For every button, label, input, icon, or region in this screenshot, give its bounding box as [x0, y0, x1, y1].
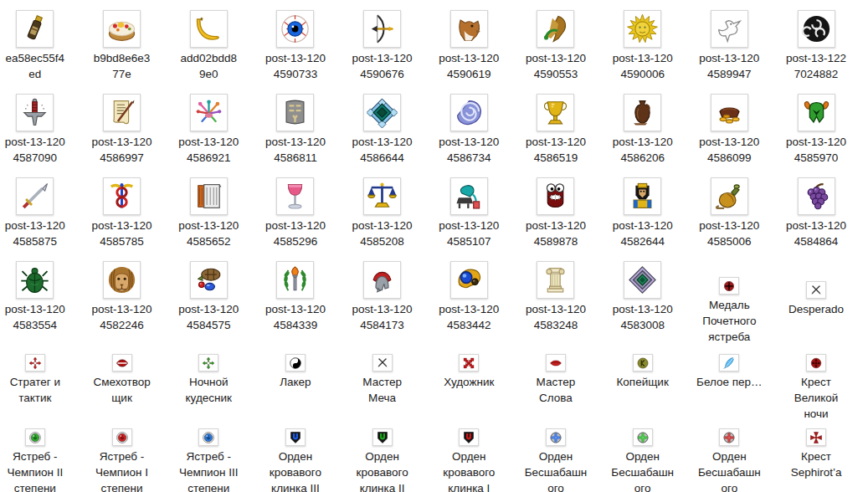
file-item[interactable]: post-13-120 4590553: [512, 0, 599, 84]
file-label: Орден кровавого клинка II: [357, 448, 408, 492]
file-label: post-13-120 4585970: [786, 134, 846, 166]
crossed-swords-icon: [372, 354, 393, 372]
file-item[interactable]: post-13-120 4589947: [686, 0, 773, 84]
file-thumbnail-area: [624, 167, 661, 215]
file-item[interactable]: Копейщик: [599, 345, 686, 427]
file-label: Ястреб - Чемпион I степени: [95, 448, 148, 492]
file-item[interactable]: post-13-120 4586206: [599, 84, 686, 167]
file-item[interactable]: post-13-120 4586644: [339, 84, 426, 167]
file-label: Орден Бесшабашн ого: [525, 448, 588, 492]
file-item[interactable]: Ястреб - Чемпион III степени: [165, 427, 252, 492]
file-item[interactable]: Лакер: [252, 345, 339, 427]
file-label: Копейщик: [617, 374, 669, 390]
file-item[interactable]: Desperado: [773, 251, 860, 345]
file-item[interactable]: post-13-120 4586921: [165, 84, 252, 167]
file-item[interactable]: post-13-120 4583248: [512, 251, 599, 345]
file-item[interactable]: post-13-120 4582246: [79, 251, 166, 345]
file-item[interactable]: post-13-120 4587090: [0, 84, 79, 167]
file-label: post-13-120 4583008: [613, 301, 673, 333]
file-item[interactable]: Орден Бесшабашн ого: [686, 427, 773, 492]
file-label: Медаль Почетного ястреба: [702, 297, 756, 345]
file-item[interactable]: Белое пер…: [686, 345, 773, 427]
file-item[interactable]: Мастер Слова: [512, 345, 599, 427]
file-item[interactable]: Крест Sephirot’a: [773, 427, 860, 492]
file-item[interactable]: post-13-120 4589878: [512, 167, 599, 251]
banana-icon: [190, 10, 228, 48]
file-item[interactable]: Орден кровавого клинка III: [252, 427, 339, 492]
file-label: Орден Бесшабашн ого: [611, 448, 674, 492]
file-item[interactable]: post-13-120 4586099: [686, 84, 773, 167]
file-item[interactable]: post-13-120 4590619: [425, 0, 512, 84]
column-icon: [537, 261, 574, 299]
file-item[interactable]: post-13-120 4585296: [252, 167, 339, 251]
file-item[interactable]: Медаль Почетного ястреба: [686, 251, 773, 345]
file-item[interactable]: Художник: [425, 345, 512, 427]
file-thumbnail-area: [719, 345, 739, 372]
file-item[interactable]: b9bd8e6e3 77e: [79, 0, 166, 84]
file-thumbnail-area: [276, 0, 314, 48]
file-item[interactable]: add02bdd8 9e0: [165, 0, 252, 84]
file-label: Мастер Меча: [362, 374, 402, 406]
file-item[interactable]: post-13-120 4583554: [0, 251, 79, 345]
file-item[interactable]: post-13-122 7024882: [773, 0, 860, 84]
file-item[interactable]: Ночной кудесник: [165, 345, 252, 427]
file-item[interactable]: Смехотвор щик: [79, 345, 166, 427]
gem-mosaic-icon: [363, 94, 401, 131]
file-item[interactable]: post-13-120 4590006: [599, 0, 686, 84]
file-label: b9bd8e6e3 77e: [94, 50, 151, 82]
kopek-circle-icon: [633, 354, 653, 372]
file-label: post-13-120 4586099: [699, 134, 759, 166]
file-item[interactable]: post-13-120 4584864: [773, 167, 860, 251]
file-item[interactable]: post-13-120 4590676: [339, 0, 426, 84]
file-item[interactable]: Ястреб - Чемпион I степени: [79, 427, 166, 492]
file-thumbnail-area: [276, 251, 314, 299]
file-item[interactable]: post-13-120 4585785: [79, 167, 166, 251]
file-item[interactable]: post-13-120 4583442: [425, 251, 512, 345]
file-item[interactable]: post-13-120 4583008: [599, 251, 686, 345]
file-item[interactable]: post-13-120 4590733: [252, 0, 339, 84]
file-label: post-13-120 4586921: [178, 134, 239, 166]
file-item[interactable]: Мастер Меча: [339, 345, 426, 427]
amphora-icon: [624, 94, 661, 131]
file-thumbnail-area: [103, 84, 141, 131]
file-item[interactable]: post-13-120 4585970: [773, 84, 860, 167]
file-item[interactable]: Стратег и тактик: [0, 345, 79, 427]
file-item[interactable]: post-13-120 4584339: [252, 251, 339, 345]
file-item[interactable]: post-13-120 4585652: [165, 167, 252, 251]
file-thumbnail-area: [25, 345, 45, 372]
file-item[interactable]: post-13-120 4585875: [0, 167, 79, 251]
file-item[interactable]: post-13-120 4586811: [252, 84, 339, 167]
dove-icon: [711, 10, 748, 48]
file-label: Лакер: [280, 374, 311, 390]
file-item[interactable]: Ястреб - Чемпион II степени: [0, 427, 79, 492]
file-label: post-13-120 4586206: [613, 134, 673, 166]
file-label: post-13-120 4584864: [786, 218, 846, 249]
file-item[interactable]: post-13-120 4585006: [686, 167, 773, 251]
file-label: post-13-120 4582246: [92, 301, 152, 333]
file-item[interactable]: post-13-120 4584173: [339, 251, 426, 345]
file-item[interactable]: ea58ec55f4 ed: [0, 0, 79, 84]
file-label: post-13-120 4590553: [526, 50, 586, 82]
file-thumbnail-area: [190, 251, 228, 299]
file-item[interactable]: post-13-120 4585208: [339, 167, 426, 251]
file-item[interactable]: post-13-120 4582644: [599, 167, 686, 251]
file-item[interactable]: post-13-120 4586997: [79, 84, 166, 167]
file-thumbnail-area: [546, 345, 566, 372]
file-item[interactable]: Орден кровавого клинка I: [425, 427, 512, 492]
flower-burst-icon: [190, 94, 228, 131]
file-item[interactable]: Орден Бесшабашн ого: [512, 427, 599, 492]
blue-feather-icon: [719, 354, 739, 372]
oil-jug-icon: [711, 177, 748, 215]
file-item[interactable]: Крест Великой ночи: [773, 345, 860, 427]
file-item[interactable]: post-13-120 4586734: [425, 84, 512, 167]
file-thumbnail-area: [285, 345, 306, 372]
file-label: post-13-120 4585208: [352, 218, 413, 249]
file-thumbnail-area: [537, 167, 574, 215]
file-item[interactable]: Орден кровавого клинка II: [339, 427, 426, 492]
file-thumbnail-area: [372, 427, 393, 446]
file-item[interactable]: post-13-120 4584575: [165, 251, 252, 345]
file-item[interactable]: post-13-120 4585107: [425, 167, 512, 251]
file-item[interactable]: post-13-120 4586519: [512, 84, 599, 167]
file-item[interactable]: Орден Бесшабашн ого: [599, 427, 686, 492]
file-label: ea58ec55f4 ed: [6, 50, 65, 82]
